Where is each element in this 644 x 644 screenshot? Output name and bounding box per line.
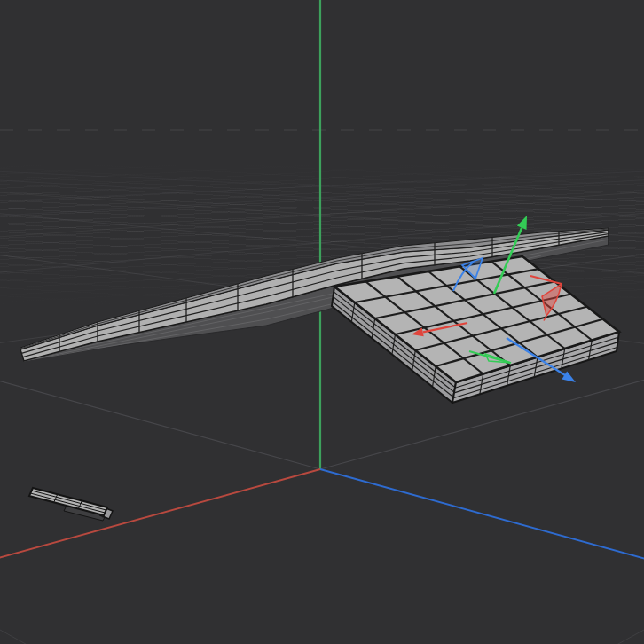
small-plank-object[interactable]	[29, 488, 113, 521]
grid-line	[0, 630, 644, 644]
3d-viewport[interactable]	[0, 0, 644, 644]
y-arrow-head	[517, 216, 527, 230]
x-axis-line	[0, 469, 320, 559]
z-arrow-head	[562, 371, 576, 382]
z-axis-extension-line	[0, 380, 320, 469]
z-axis-line	[320, 469, 644, 560]
viewport-scene-layer	[0, 0, 644, 644]
grid-line	[0, 630, 644, 644]
